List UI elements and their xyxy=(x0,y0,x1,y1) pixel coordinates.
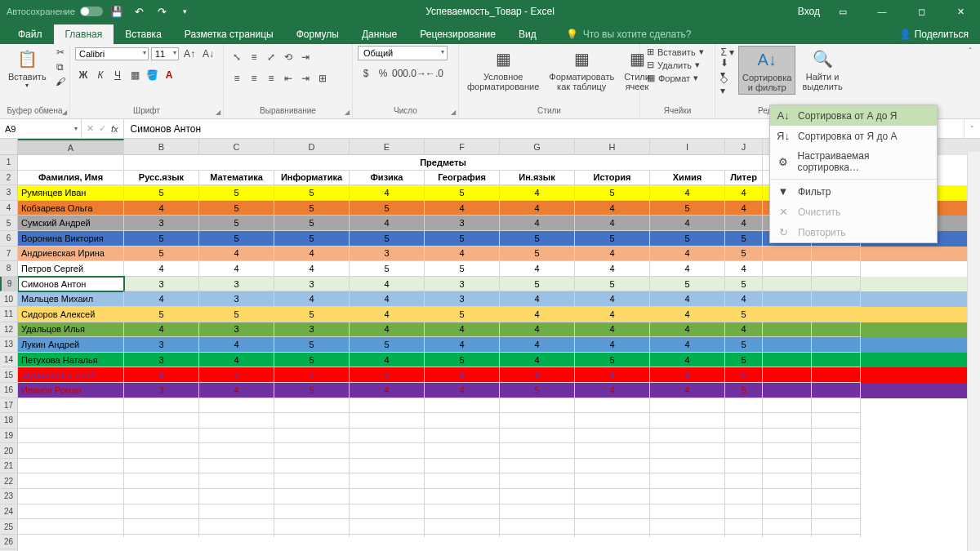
row-header[interactable]: 24 xyxy=(0,504,17,520)
cell[interactable]: Ин.язык xyxy=(500,171,575,186)
cell[interactable]: 5 xyxy=(274,337,350,353)
cell[interactable]: 5 xyxy=(425,185,500,201)
cell[interactable] xyxy=(350,473,425,489)
cell[interactable]: 4 xyxy=(350,277,425,292)
cell[interactable] xyxy=(650,504,725,520)
cell[interactable] xyxy=(18,429,124,444)
cell[interactable]: 4 xyxy=(350,353,425,368)
cell[interactable]: 5 xyxy=(274,216,350,231)
cell[interactable]: 5 xyxy=(725,277,763,292)
align-bottom-icon[interactable]: ⤢ xyxy=(263,49,279,65)
cell[interactable] xyxy=(812,261,861,277)
cell[interactable]: 5 xyxy=(274,185,350,201)
cell[interactable]: 5 xyxy=(274,201,350,216)
close-button[interactable]: ✕ xyxy=(944,0,977,23)
maximize-button[interactable]: ◻ xyxy=(905,0,938,23)
cell[interactable]: 5 xyxy=(199,231,274,247)
cell[interactable]: Химия xyxy=(650,171,725,186)
redo-icon[interactable]: ↷ xyxy=(156,5,169,18)
cell[interactable]: 4 xyxy=(425,383,500,398)
cell[interactable] xyxy=(812,307,861,322)
cell[interactable] xyxy=(425,443,500,459)
align-center-icon[interactable]: ≡ xyxy=(246,70,262,87)
cell[interactable] xyxy=(575,459,650,474)
cell[interactable]: 3 xyxy=(350,247,425,262)
cell[interactable]: Сумский Андрей xyxy=(18,216,124,231)
increase-indent-icon[interactable]: ⇥ xyxy=(297,70,314,87)
cell[interactable] xyxy=(199,519,274,535)
cell[interactable]: 4 xyxy=(650,322,725,338)
format-cells-button[interactable]: ▦Формат ▾ xyxy=(645,72,706,84)
cell[interactable] xyxy=(199,398,274,414)
cell[interactable] xyxy=(812,535,861,537)
cell[interactable] xyxy=(18,489,124,504)
cell[interactable] xyxy=(650,443,725,459)
cell[interactable]: 4 xyxy=(425,247,500,262)
font-launcher-icon[interactable]: ◢ xyxy=(216,109,220,116)
cell[interactable]: 5 xyxy=(500,247,575,262)
cell[interactable]: 5 xyxy=(650,231,725,247)
cell[interactable] xyxy=(812,489,861,504)
bold-button[interactable]: Ж xyxy=(75,67,91,83)
custom-sort-item[interactable]: ⚙ Настраиваемая сортировка… xyxy=(770,146,937,177)
accept-formula-icon[interactable]: ✓ xyxy=(99,123,106,134)
cell[interactable] xyxy=(812,247,861,262)
cell[interactable]: Шувалов Евгений xyxy=(18,367,124,383)
row-header[interactable]: 19 xyxy=(0,429,17,444)
tab-view[interactable]: Вид xyxy=(507,24,548,44)
tab-data[interactable]: Данные xyxy=(350,24,408,44)
cell[interactable]: 3 xyxy=(124,337,199,353)
cell[interactable]: 4 xyxy=(650,307,725,322)
cell[interactable]: 5 xyxy=(274,307,350,322)
cell[interactable] xyxy=(124,459,199,474)
cell[interactable] xyxy=(763,322,812,338)
cell[interactable]: 5 xyxy=(274,353,350,368)
cell[interactable] xyxy=(650,535,725,537)
cell[interactable]: 4 xyxy=(350,322,425,338)
cell[interactable] xyxy=(812,383,861,398)
cell[interactable]: 4 xyxy=(650,216,725,231)
cell[interactable] xyxy=(425,473,500,489)
row-header[interactable]: 18 xyxy=(0,413,17,429)
cell[interactable]: 4 xyxy=(199,337,274,353)
cell[interactable]: 4 xyxy=(350,307,425,322)
currency-icon[interactable]: $ xyxy=(358,65,374,82)
cell[interactable]: 4 xyxy=(500,307,575,322)
find-select-button[interactable]: 🔍 Найти и выделить xyxy=(799,46,845,93)
cell[interactable]: 5 xyxy=(350,231,425,247)
cell[interactable]: 5 xyxy=(425,307,500,322)
undo-icon[interactable]: ↶ xyxy=(133,5,146,18)
cell[interactable]: 5 xyxy=(725,367,763,383)
cell[interactable] xyxy=(274,504,350,520)
cell[interactable] xyxy=(124,429,199,444)
cell[interactable] xyxy=(763,413,812,429)
cell[interactable]: 4 xyxy=(650,383,725,398)
cell[interactable]: Фамилия, Имя xyxy=(18,171,124,186)
cell[interactable] xyxy=(650,473,725,489)
cell[interactable] xyxy=(199,429,274,444)
cell[interactable] xyxy=(812,322,861,338)
cell[interactable] xyxy=(575,535,650,537)
cell[interactable] xyxy=(763,535,812,537)
clipboard-launcher-icon[interactable]: ◢ xyxy=(62,109,67,116)
cell[interactable]: 5 xyxy=(500,277,575,292)
cell[interactable] xyxy=(575,398,650,414)
conditional-formatting-button[interactable]: ▦ Условное форматирование xyxy=(464,46,542,93)
cell[interactable]: 4 xyxy=(425,322,500,338)
cell[interactable]: 5 xyxy=(350,337,425,353)
cell[interactable] xyxy=(350,504,425,520)
cell[interactable] xyxy=(18,473,124,489)
wrap-text-icon[interactable]: ⇥ xyxy=(297,49,314,65)
fx-icon[interactable]: fx xyxy=(111,124,118,134)
cell[interactable] xyxy=(425,459,500,474)
cell[interactable]: 4 xyxy=(350,216,425,231)
increase-font-icon[interactable]: A↑ xyxy=(181,46,198,62)
cell[interactable] xyxy=(199,504,274,520)
tab-review[interactable]: Рецензирование xyxy=(408,24,507,44)
cell[interactable]: 5 xyxy=(425,353,500,368)
row-header[interactable]: 14 xyxy=(0,353,17,368)
border-button[interactable]: ▦ xyxy=(127,67,143,83)
select-all-corner[interactable] xyxy=(0,139,18,155)
cell[interactable] xyxy=(124,504,199,520)
cell[interactable]: 4 xyxy=(650,337,725,353)
